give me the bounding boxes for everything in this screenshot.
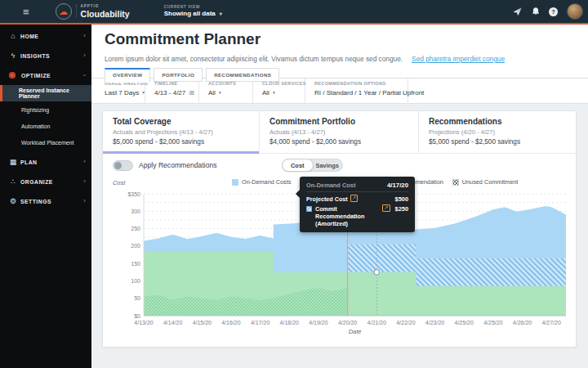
svg-text:4/22/20: 4/22/20 — [396, 320, 415, 325]
top-bar: ≡ ☁ APPTIO Cloudability CURRENT VIEW Sho… — [0, 0, 588, 23]
on-demand-swatch-icon — [232, 179, 238, 186]
page-subtitle: Lorem ipsum dolor sit amet, consectetur … — [105, 55, 403, 63]
sidebar-item-optimize[interactable]: OPTIMIZE › — [0, 65, 91, 85]
current-view-label: CURRENT VIEW — [164, 6, 222, 10]
svg-text:4/18/20: 4/18/20 — [280, 320, 299, 325]
sidebar-item-automation[interactable]: Automation — [0, 118, 91, 134]
filter-timeline[interactable]: TIMELINE 4/13 - 4/27 ⊞ — [145, 79, 199, 103]
filter-cloud-services[interactable]: CLOUD SERVICES All ▾ — [253, 79, 305, 103]
tooltip-projected-cost-row: Projected Cost ↗ $500 — [306, 195, 408, 203]
svg-text:200: 200 — [131, 243, 140, 249]
chevron-down-icon: ▾ — [273, 91, 275, 96]
sidebar-item-reserved-instance-planner[interactable]: Reserved Instance Planner — [0, 85, 91, 101]
help-icon[interactable]: ? — [549, 7, 558, 16]
settings-icon: ⚙ — [8, 198, 18, 205]
apply-recommendations-label: Apply Recommendations — [139, 161, 217, 169]
cost-savings-segmented-control: Cost Savings — [282, 159, 343, 172]
brand-logo[interactable]: ☁ — [56, 3, 72, 20]
svg-text:$350: $350 — [127, 191, 140, 197]
y-axis-title: Cost — [113, 179, 125, 186]
chevron-right-icon: › — [83, 178, 86, 185]
svg-text:300: 300 — [131, 209, 140, 214]
menu-icon[interactable]: ≡ — [23, 7, 29, 17]
current-view-dropdown[interactable]: CURRENT VIEW Showing all data ▾ — [164, 6, 222, 18]
chart-tooltip: On-Demand Cost 4/17/20 Projected Cost ↗ … — [300, 177, 415, 232]
unused-commitment-swatch-icon — [452, 179, 459, 186]
brand-name: Cloudability — [81, 10, 130, 19]
sidebar-item-insights[interactable]: ϟ INSIGHTS › — [0, 46, 91, 65]
tab-recommendations[interactable]: RECOMMENDATIONS — [206, 68, 279, 82]
x-axis-title: Date — [144, 328, 566, 335]
sidebar-item-plan[interactable]: ▦ PLAN › — [0, 152, 91, 172]
tab-bar: OVERVIEW PORTFOLIO RECOMMENDATIONS — [105, 68, 283, 82]
chevron-right-icon: › — [83, 52, 86, 59]
organize-icon: ∴ — [8, 178, 18, 186]
cloud-icon: ☁ — [59, 7, 68, 16]
svg-text:4/25/20: 4/25/20 — [455, 320, 474, 325]
chevron-down-icon: ▾ — [219, 91, 221, 96]
filter-recommendation-options[interactable]: RECOMMENDATION OPTIONS RI / Standard / 1… — [305, 79, 408, 103]
external-link-icon[interactable]: ↗ — [350, 195, 358, 202]
chevron-right-icon: › — [83, 198, 86, 204]
brand-block: APPTIO Cloudability — [76, 5, 130, 18]
optimize-icon — [9, 72, 16, 79]
app-root: ≡ ☁ APPTIO Cloudability CURRENT VIEW Sho… — [0, 0, 588, 368]
brand-small: APPTIO — [81, 5, 130, 9]
sidebar-item-organize[interactable]: ∴ ORGANIZE › — [0, 172, 91, 191]
tooltip-date: 4/17/20 — [387, 182, 408, 189]
svg-text:150: 150 — [131, 261, 140, 267]
page-title: Commitment Planner — [105, 30, 261, 48]
bell-icon[interactable] — [530, 7, 541, 17]
tooltip-series-label: On-Demand Cost — [306, 182, 355, 189]
filter-accounts[interactable]: ACCOUNTS All ▾ — [199, 79, 253, 103]
svg-text:4/23/20: 4/23/20 — [425, 320, 444, 325]
svg-text:4/21/20: 4/21/20 — [368, 320, 386, 325]
current-view-value: Showing all data — [164, 11, 216, 17]
external-link-icon[interactable]: ↗ — [382, 204, 390, 212]
svg-text:4/25/20: 4/25/20 — [483, 320, 502, 325]
rocket-icon[interactable] — [511, 7, 523, 17]
sidebar-item-rightsizing[interactable]: Rightsizing — [0, 101, 91, 118]
summary-card-recommendations[interactable]: Recommendations Projections (4/20 - 4/27… — [419, 111, 576, 153]
svg-text:$0: $0 — [134, 313, 140, 319]
svg-text:4/17/20: 4/17/20 — [251, 320, 270, 325]
summary-row: Total Coverage Actuals and Projections (… — [103, 111, 576, 154]
svg-text:4/27/20: 4/27/20 — [541, 320, 560, 325]
sidebar-item-workload-placement[interactable]: Workload Placement — [0, 134, 91, 150]
controls-row: Apply Recommendations Cost Savings — [103, 154, 576, 177]
summary-card-commitment-portfolio[interactable]: Commitment Portfolio Actuals (4/13 - 4/2… — [260, 111, 419, 153]
sidebar-item-settings[interactable]: ⚙ SETTINGS › — [0, 191, 91, 211]
hatch-swatch-icon — [306, 206, 312, 212]
tooltip-commit-recommendation-row: Commit Recommendation ↗ $250 — [306, 205, 408, 220]
plan-icon: ▦ — [8, 159, 18, 166]
chevron-down-icon: ▾ — [220, 11, 222, 16]
svg-text:4/14/20: 4/14/20 — [163, 320, 182, 325]
svg-text:4/20/20: 4/20/20 — [338, 320, 357, 325]
tab-overview[interactable]: OVERVIEW — [105, 68, 150, 83]
page-header: Commitment Planner Lorem ipsum dolor sit… — [91, 25, 588, 104]
tooltip-amortized-note: (Amortized) — [315, 220, 408, 227]
tab-portfolio[interactable]: PORTFOLIO — [154, 68, 203, 82]
summary-card-total-coverage[interactable]: Total Coverage Actuals and Projections (… — [103, 111, 260, 153]
segment-cost[interactable]: Cost — [282, 159, 314, 172]
svg-text:4/15/20: 4/15/20 — [193, 320, 212, 325]
accent-divider — [0, 23, 588, 25]
svg-text:4/16/20: 4/16/20 — [221, 320, 240, 325]
planner-card: Total Coverage Actuals and Projections (… — [102, 110, 577, 348]
avatar[interactable] — [567, 3, 583, 20]
header-link[interactable]: Sed pharetra imperdiet congue — [412, 55, 505, 63]
calendar-icon: ⊞ — [189, 90, 194, 96]
chart-area[interactable]: $050100150200250300$3504/13/204/14/204/1… — [103, 189, 576, 340]
svg-text:50: 50 — [134, 295, 140, 301]
chevron-down-icon: ▾ — [142, 91, 145, 96]
svg-text:4/26/20: 4/26/20 — [513, 320, 532, 325]
sidebar: ⌂ HOME › ϟ INSIGHTS › OPTIMIZE › Reserve… — [0, 25, 91, 368]
svg-text:4/19/20: 4/19/20 — [309, 320, 327, 325]
legend-unused-commitment: Unused Commitment — [452, 178, 519, 186]
sidebar-item-home[interactable]: ⌂ HOME › — [0, 26, 91, 46]
apply-recommendations-toggle[interactable] — [113, 160, 133, 171]
toggle-knob — [114, 162, 122, 169]
svg-text:100: 100 — [131, 278, 140, 284]
main-content: Commitment Planner Lorem ipsum dolor sit… — [91, 25, 588, 368]
segment-savings[interactable]: Savings — [313, 159, 343, 171]
